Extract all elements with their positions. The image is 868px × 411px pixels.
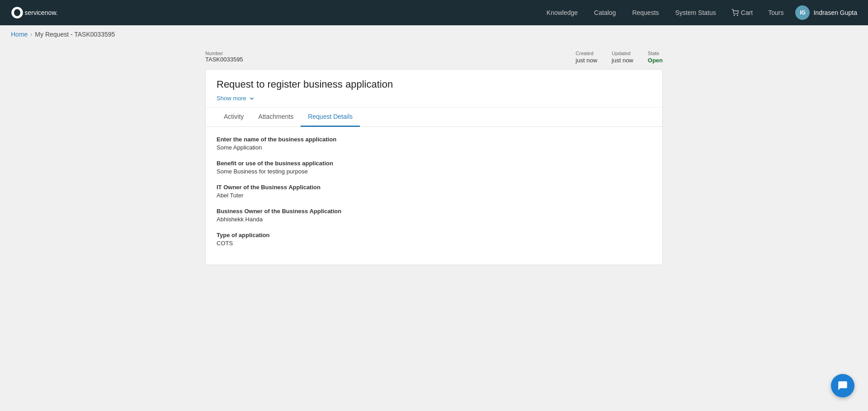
field-app-type-label: Type of application [217, 232, 651, 238]
avatar: IG [795, 5, 810, 20]
tabs-bar: Activity Attachments Request Details [206, 107, 662, 127]
created-label: Created [576, 51, 593, 56]
state-label: State [648, 51, 660, 56]
nav-system-status[interactable]: System Status [669, 5, 722, 20]
field-app-name-value: Some Application [217, 144, 651, 151]
breadcrumb: Home › My Request - TASK0033595 [0, 25, 868, 43]
state-value: Open [648, 57, 663, 64]
svg-point-3 [737, 15, 737, 15]
user-name: Indrasen Gupta [813, 9, 857, 16]
card-title: Request to register business application [217, 79, 651, 90]
updated-meta: Updated just now [612, 51, 633, 64]
created-value: just now [576, 57, 597, 64]
nav-links: Knowledge Catalog Requests System Status… [540, 5, 857, 20]
field-app-benefit-label: Benefit or use of the business applicati… [217, 160, 651, 167]
state-meta: State Open [648, 51, 663, 64]
chevron-down-icon [249, 95, 255, 102]
nav-cart-label: Cart [741, 9, 753, 16]
show-more-label: Show more [217, 95, 246, 102]
number-value: TASK0033595 [205, 56, 576, 63]
field-app-name: Enter the name of the business applicati… [217, 136, 651, 151]
main-card: Request to register business application… [205, 69, 663, 265]
created-meta: Created just now [576, 51, 597, 64]
nav-bar: servicenow. Knowledge Catalog Requests S… [0, 0, 868, 25]
tab-request-details[interactable]: Request Details [301, 107, 360, 127]
tab-attachments[interactable]: Attachments [251, 107, 301, 127]
breadcrumb-separator: › [30, 31, 32, 37]
field-app-benefit: Benefit or use of the business applicati… [217, 160, 651, 175]
svg-point-2 [734, 15, 734, 15]
record-number-block: Number TASK0033595 [205, 51, 576, 63]
field-it-owner-label: IT Owner of the Business Application [217, 184, 651, 191]
nav-cart[interactable]: Cart [726, 5, 758, 20]
tab-activity[interactable]: Activity [217, 107, 251, 127]
fields-section: Enter the name of the business applicati… [206, 127, 662, 265]
content-wrapper: Number TASK0033595 Created just now Upda… [194, 43, 674, 290]
number-label: Number [205, 51, 576, 56]
field-business-owner: Business Owner of the Business Applicati… [217, 208, 651, 223]
record-header: Number TASK0033595 Created just now Upda… [205, 51, 663, 64]
field-app-name-label: Enter the name of the business applicati… [217, 136, 651, 143]
breadcrumb-current: My Request - TASK0033595 [35, 31, 115, 38]
field-app-type-value: COTS [217, 240, 651, 247]
nav-tours[interactable]: Tours [762, 5, 790, 20]
nav-user[interactable]: IG Indrasen Gupta [795, 5, 857, 20]
nav-requests[interactable]: Requests [626, 5, 665, 20]
updated-label: Updated [612, 51, 631, 56]
field-it-owner-value: Abel Tuter [217, 192, 651, 199]
svg-text:servicenow.: servicenow. [25, 9, 58, 16]
show-more-button[interactable]: Show more [217, 95, 255, 102]
field-it-owner: IT Owner of the Business Application Abe… [217, 184, 651, 199]
updated-value: just now [612, 57, 633, 64]
card-title-section: Request to register business application… [206, 70, 662, 107]
breadcrumb-home[interactable]: Home [11, 31, 28, 38]
nav-knowledge[interactable]: Knowledge [540, 5, 584, 20]
field-app-benefit-value: Some Business for testing purpose [217, 168, 651, 175]
record-meta: Created just now Updated just now State … [576, 51, 663, 64]
nav-catalog[interactable]: Catalog [588, 5, 622, 20]
field-app-type: Type of application COTS [217, 232, 651, 247]
field-business-owner-value: Abhishekk Handa [217, 216, 651, 223]
logo[interactable]: servicenow. [11, 6, 68, 19]
field-business-owner-label: Business Owner of the Business Applicati… [217, 208, 651, 215]
